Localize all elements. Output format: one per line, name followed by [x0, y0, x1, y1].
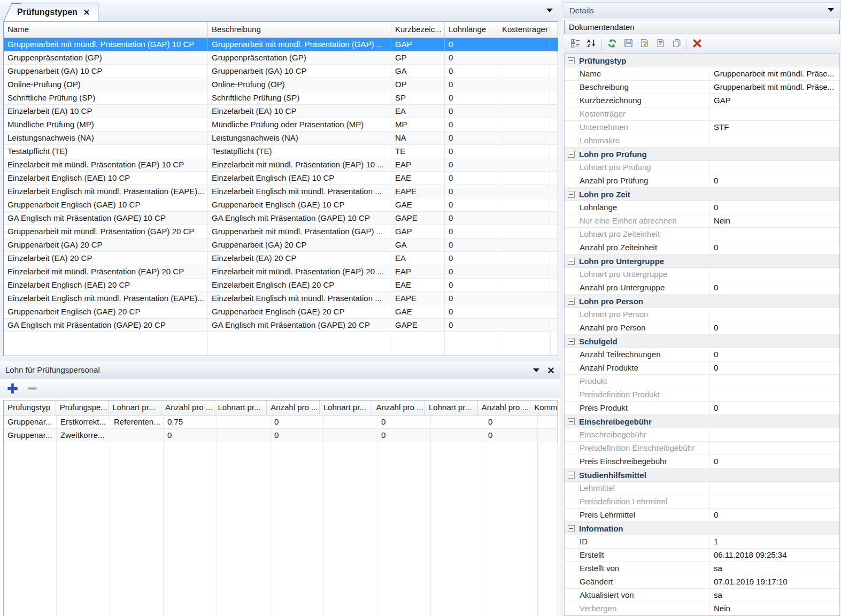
wage-column-header[interactable]: Lohnart pr...	[425, 401, 478, 415]
property-row[interactable]: Anzahl Teilrechnungen0	[565, 348, 839, 361]
property-value[interactable]: 0	[709, 361, 839, 374]
property-group-header[interactable]: Prüfungstyp	[565, 54, 839, 67]
property-group-header[interactable]: Einschreibegebühr	[565, 415, 839, 428]
property-value[interactable]: STF	[709, 121, 839, 134]
property-value[interactable]	[709, 495, 839, 508]
property-value[interactable]: sa	[709, 562, 839, 575]
exam-type-column-header[interactable]: Name	[4, 22, 208, 37]
property-value[interactable]: 0	[709, 281, 839, 294]
property-value[interactable]: 1	[709, 535, 839, 548]
property-row[interactable]: NameGruppenarbeit mit mündl. Präse...	[565, 67, 839, 81]
property-row[interactable]: Nur eine Einheit abrechnenNein	[565, 214, 839, 228]
exam-type-row[interactable]: Online-Prüfung (OP)Online-Prüfung (OP)OP…	[4, 78, 558, 91]
exam-type-row[interactable]: Einzelarbeit Englisch mit mündl. Präsent…	[4, 292, 558, 305]
property-value[interactable]: sa	[709, 589, 839, 602]
property-value[interactable]: GAP	[709, 94, 839, 107]
wage-panel-close-icon[interactable]	[547, 366, 555, 374]
collapse-minus-icon[interactable]	[568, 298, 575, 305]
property-row[interactable]: Lohnart pro Untergruppe	[565, 268, 839, 281]
exam-type-row[interactable]: Einzelarbeit mit mündl. Präsentation (EA…	[4, 265, 558, 279]
property-row[interactable]: Preisdefinition Einschreibgebühr	[565, 442, 839, 455]
property-row[interactable]: Lohnlänge0	[565, 201, 839, 214]
exam-type-row[interactable]: Gruppenarbeit Englisch (GAE) 10 CPGruppe…	[4, 198, 558, 212]
property-value[interactable]	[709, 161, 839, 174]
exam-type-column-header[interactable]: Kurzbezeic...	[391, 22, 445, 37]
tab-close-icon[interactable]	[83, 9, 90, 16]
categorized-button[interactable]	[567, 37, 583, 51]
wage-row[interactable]: Gruppenar...Erstkorrekt...Referenten...0…	[4, 415, 558, 429]
property-value[interactable]: Gruppenarbeit mit mündl. Präse...	[709, 67, 839, 80]
collapse-minus-icon[interactable]	[568, 191, 575, 198]
property-row[interactable]: Preis Produkt0	[565, 402, 839, 415]
exam-type-row[interactable]: Einzelarbeit mit mündl. Präsentation (EA…	[4, 158, 558, 172]
exam-type-row[interactable]: Gruppenarbeit mit mündl. Präsentation (G…	[4, 38, 558, 51]
property-row[interactable]: Produkt	[565, 375, 839, 388]
wage-column-header[interactable]: Lohnart pr...	[320, 401, 373, 415]
property-value[interactable]: 0	[709, 509, 839, 521]
property-row[interactable]: Geändert07.01.2019 19:17:10	[565, 575, 839, 589]
details-menu-icon[interactable]	[828, 8, 834, 12]
property-row[interactable]: VerbergenNein	[565, 602, 839, 615]
wage-column-header[interactable]: Anzahl pro ...	[161, 401, 214, 415]
property-row[interactable]: Preisdefinition Produkt	[565, 388, 839, 402]
property-row[interactable]: Anzahl pro Prüfung0	[565, 174, 839, 188]
exam-type-row[interactable]: Mündliche Prüfung (MP)Mündliche Prüfung …	[4, 118, 558, 132]
wage-column-header[interactable]: Lohnart pr...	[214, 401, 267, 415]
property-group-header[interactable]: Lohn pro Person	[565, 295, 839, 308]
property-value[interactable]: Nein	[709, 602, 839, 615]
edit-button[interactable]	[636, 37, 652, 51]
property-value[interactable]: 0	[709, 201, 839, 214]
wage-column-header[interactable]: Anzahl pro ...	[372, 401, 425, 415]
exam-type-row[interactable]: Gruppenarbeit (GA) 20 CPGruppenarbeit (G…	[4, 238, 558, 252]
property-row[interactable]: BeschreibungGruppenarbeit mit mündl. Prä…	[565, 81, 839, 94]
wage-column-header[interactable]: Anzahl pro ...	[267, 401, 320, 415]
property-value[interactable]	[709, 482, 839, 495]
property-row[interactable]: Einschreibegebühr	[565, 428, 839, 442]
property-row[interactable]: Anzahl pro Zeiteinheit0	[565, 241, 839, 255]
copy-button[interactable]	[668, 37, 684, 51]
wage-column-header[interactable]: Komm	[530, 401, 558, 415]
property-value[interactable]	[709, 134, 839, 147]
property-row[interactable]: Preis Lehrmittel0	[565, 509, 839, 522]
collapse-minus-icon[interactable]	[568, 57, 575, 64]
property-row[interactable]: Anzahl pro Person0	[565, 321, 839, 335]
collapse-minus-icon[interactable]	[568, 525, 575, 532]
tab-pruefungstypen[interactable]: Prüfungstypen	[12, 3, 98, 21]
property-row[interactable]: Anzahl pro Untergruppe0	[565, 281, 839, 295]
property-row[interactable]: Preisdefinition Lehrmittel	[565, 495, 839, 509]
remove-row-button[interactable]	[26, 382, 38, 395]
property-group-header[interactable]: Schulgeld	[565, 335, 839, 348]
property-row[interactable]: ID1	[565, 535, 839, 549]
collapse-minus-icon[interactable]	[568, 338, 575, 345]
property-row[interactable]: Kostenträger	[565, 107, 839, 121]
property-row[interactable]: Erstellt06.11.2018 09:25:34	[565, 549, 839, 562]
property-value[interactable]	[709, 228, 839, 241]
exam-type-row[interactable]: Gruppenpräsentation (GP)Gruppenpräsentat…	[4, 51, 558, 65]
exam-type-row[interactable]: Gruppenarbeit mit mündl. Präsentation (G…	[4, 225, 558, 238]
property-group-header[interactable]: Studienhilfsmittel	[565, 468, 839, 482]
exam-type-column-header[interactable]: Kostenträger	[498, 22, 550, 37]
exam-type-row[interactable]: Einzelarbeit Englisch (EAE) 20 CPEinzela…	[4, 279, 558, 292]
property-row[interactable]: Lohnmakro	[565, 134, 839, 148]
add-row-button[interactable]	[6, 382, 19, 395]
property-row[interactable]: Aktualisiert vonsa	[565, 589, 839, 602]
wage-panel-menu-icon[interactable]	[533, 368, 539, 372]
save-button[interactable]	[620, 37, 636, 51]
exam-type-row[interactable]: Gruppenarbeit Englisch (GAE) 20 CPGruppe…	[4, 305, 558, 319]
property-value[interactable]: 0	[709, 241, 839, 254]
property-value[interactable]	[709, 442, 839, 455]
exam-type-column-header[interactable]: Beschreibung	[208, 22, 391, 37]
property-row[interactable]: Lohnart pro Prüfung	[565, 161, 839, 174]
exam-type-row[interactable]: Testatpflicht (TE)Testatpflicht (TE)TE0	[4, 145, 558, 158]
property-value[interactable]: 0	[709, 455, 839, 468]
wage-column-header[interactable]: Prüfungstyp	[4, 401, 56, 415]
sort-az-button[interactable]: AZ	[583, 37, 599, 51]
property-row[interactable]: Lohnart pro Person	[565, 308, 839, 321]
property-row[interactable]: KurzbezeichnungGAP	[565, 94, 839, 107]
property-value[interactable]: 0	[709, 402, 839, 414]
exam-type-row[interactable]: Schriftliche Prüfung (SP)Schriftliche Pr…	[4, 91, 558, 105]
property-value[interactable]: 0	[709, 348, 839, 361]
property-value[interactable]: 06.11.2018 09:25:34	[709, 549, 839, 561]
property-row[interactable]: Lehrmittel	[565, 482, 839, 495]
property-value[interactable]	[709, 268, 839, 281]
